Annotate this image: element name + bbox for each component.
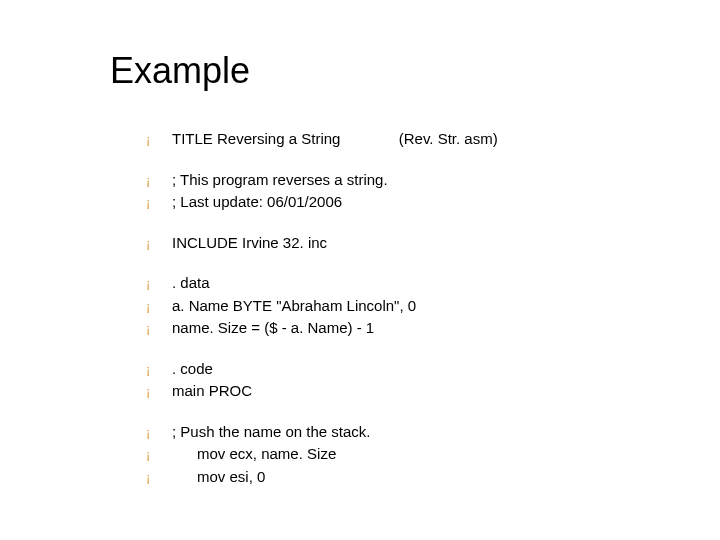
list-item: ¡; Last update: 06/01/2006: [110, 191, 720, 214]
list-item-text: ; Push the name on the stack.: [172, 421, 370, 444]
list-item: ¡; This program reverses a string.: [110, 169, 720, 192]
list-item: ¡ mov ecx, name. Size: [110, 443, 720, 466]
list-item: ¡main PROC: [110, 380, 720, 403]
list-item-text: . data: [172, 272, 210, 295]
bullet-icon: ¡: [110, 360, 172, 380]
bullet-icon: ¡: [110, 130, 172, 150]
list-item: ¡a. Name BYTE "Abraham Lincoln", 0: [110, 295, 720, 318]
bullet-icon: ¡: [110, 423, 172, 443]
bullet-icon: ¡: [110, 445, 172, 465]
list-item-text: INCLUDE Irvine 32. inc: [172, 232, 327, 255]
bullet-icon: ¡: [110, 319, 172, 339]
list-item-text: name. Size = ($ - a. Name) - 1: [172, 317, 374, 340]
bullet-group: ¡; Push the name on the stack.¡ mov ecx,…: [110, 421, 720, 489]
list-item: ¡TITLE Reversing a String (Rev. Str. asm…: [110, 128, 720, 151]
list-item-text: mov esi, 0: [172, 466, 265, 489]
bullet-group: ¡. code¡main PROC: [110, 358, 720, 403]
list-item: ¡; Push the name on the stack.: [110, 421, 720, 444]
list-item-text: ; Last update: 06/01/2006: [172, 191, 342, 214]
slide-title: Example: [110, 50, 720, 92]
bullet-group: ¡. data¡a. Name BYTE "Abraham Lincoln", …: [110, 272, 720, 340]
bullet-icon: ¡: [110, 193, 172, 213]
list-item: ¡. data: [110, 272, 720, 295]
list-item: ¡. code: [110, 358, 720, 381]
bullet-group: ¡; This program reverses a string.¡; Las…: [110, 169, 720, 214]
bullet-icon: ¡: [110, 468, 172, 488]
slide: Example ¡TITLE Reversing a String (Rev. …: [0, 0, 720, 540]
list-item: ¡ mov esi, 0: [110, 466, 720, 489]
list-item: ¡INCLUDE Irvine 32. inc: [110, 232, 720, 255]
slide-body: ¡TITLE Reversing a String (Rev. Str. asm…: [110, 128, 720, 488]
bullet-icon: ¡: [110, 234, 172, 254]
bullet-icon: ¡: [110, 274, 172, 294]
list-item-text: . code: [172, 358, 213, 381]
list-item-text: a. Name BYTE "Abraham Lincoln", 0: [172, 295, 416, 318]
bullet-icon: ¡: [110, 382, 172, 402]
bullet-icon: ¡: [110, 171, 172, 191]
list-item-text: ; This program reverses a string.: [172, 169, 388, 192]
list-item-text: TITLE Reversing a String (Rev. Str. asm): [172, 128, 498, 151]
bullet-icon: ¡: [110, 297, 172, 317]
list-item: ¡name. Size = ($ - a. Name) - 1: [110, 317, 720, 340]
list-item-text: main PROC: [172, 380, 252, 403]
bullet-group: ¡TITLE Reversing a String (Rev. Str. asm…: [110, 128, 720, 151]
list-item-text: mov ecx, name. Size: [172, 443, 336, 466]
bullet-group: ¡INCLUDE Irvine 32. inc: [110, 232, 720, 255]
